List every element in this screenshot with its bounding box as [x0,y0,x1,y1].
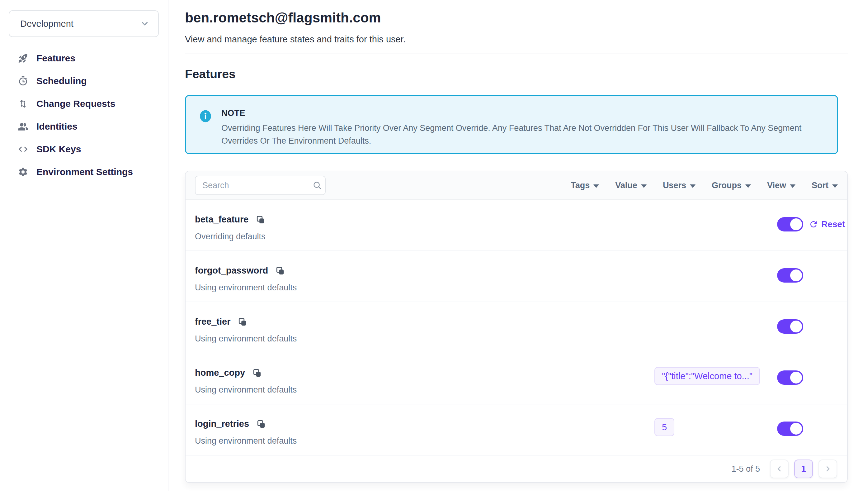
caret-down-icon [790,184,796,188]
flagsmith-app: Development Features Scheduling [0,0,868,491]
note-banner: NOTE Overriding Features Here Will Take … [185,95,838,154]
sidebar-item-label: Scheduling [36,76,87,86]
copy-icon[interactable] [256,215,265,224]
toggle-knob [790,321,802,333]
feature-toggle[interactable] [777,422,803,436]
feature-name: forgot_password [195,265,268,276]
header-divider [185,54,848,54]
feature-row-forgot-password[interactable]: forgot_password Using environment defaul… [186,251,847,302]
feature-toggle[interactable] [777,319,803,334]
sidebar-item-sdk-keys[interactable]: SDK Keys [0,138,168,161]
environment-selector-value: Development [20,19,73,29]
sidebar: Development Features Scheduling [0,0,168,491]
feature-name: home_copy [195,368,245,378]
filter-view[interactable]: View [767,181,796,190]
features-toolbar: Tags Value Users Groups [186,171,847,200]
sidebar-item-features[interactable]: Features [0,47,168,69]
chevron-down-icon [140,19,150,28]
copy-icon[interactable] [256,420,266,429]
features-section-title: Features [185,67,848,82]
filter-users[interactable]: Users [663,181,695,190]
filter-label: View [767,181,786,190]
filter-value[interactable]: Value [615,181,647,190]
feature-name: beta_feature [195,214,248,225]
feature-value-chip: "{"title":"Welcome to..." [654,367,760,385]
pagination: 1-5 of 5 1 [186,456,847,482]
reset-button[interactable]: Reset [809,217,845,231]
feature-row-login-retries[interactable]: login_retries Using environment defaults… [186,404,847,456]
toggle-knob [790,219,802,230]
feature-status: Using environment defaults [195,283,297,293]
copy-icon[interactable] [252,368,262,378]
info-icon [199,110,212,123]
pagination-next-button[interactable] [818,460,837,478]
feature-value-chip: 5 [654,418,674,436]
toggle-knob [790,423,802,435]
feature-toggle[interactable] [777,217,803,231]
search-input[interactable] [203,181,313,190]
caret-down-icon [641,184,647,188]
sidebar-item-label: Environment Settings [36,167,133,177]
search-box [195,176,326,195]
sidebar-item-environment-settings[interactable]: Environment Settings [0,161,168,183]
filter-label: Tags [571,181,590,190]
pagination-prev-button[interactable] [770,460,788,478]
caret-down-icon [745,184,751,188]
page-subtitle: View and manage feature states and trait… [185,33,848,46]
toggle-knob [790,269,802,281]
feature-name: login_retries [195,419,249,429]
caret-down-icon [593,184,599,188]
feature-status: Using environment defaults [195,334,297,344]
page-title: ben.rometsch@flagsmith.com [185,9,848,27]
stopwatch-icon [18,76,28,86]
gear-icon [18,167,28,177]
feature-status: Using environment defaults [195,385,297,395]
sidebar-item-label: Change Requests [36,98,115,109]
sidebar-item-change-requests[interactable]: Change Requests [0,92,168,115]
caret-down-icon [690,184,695,188]
sidebar-nav: Features Scheduling Change Requests Iden… [0,47,168,183]
filters: Tags Value Users Groups [571,181,838,190]
filter-label: Groups [712,181,742,190]
feature-row-home-copy[interactable]: home_copy Using environment defaults "{"… [186,353,847,404]
feature-name: free_tier [195,317,230,327]
feature-toggle[interactable] [777,370,803,385]
filter-tags[interactable]: Tags [571,181,599,190]
sidebar-item-label: SDK Keys [36,144,81,154]
note-content: NOTE Overriding Features Here Will Take … [221,109,816,153]
sidebar-item-label: Identities [36,121,78,132]
sidebar-item-label: Features [36,53,75,63]
feature-row-free-tier[interactable]: free_tier Using environment defaults [186,302,847,353]
people-icon [18,121,28,132]
copy-icon[interactable] [238,317,247,326]
features-panel: Tags Value Users Groups [185,171,848,483]
chevron-right-icon [824,465,832,473]
pagination-page-1-button[interactable]: 1 [794,460,813,478]
feature-row-beta-feature[interactable]: beta_feature Overriding defaults Reset [186,200,847,251]
sidebar-item-scheduling[interactable]: Scheduling [0,69,168,92]
caret-down-icon [832,184,838,188]
feature-status: Using environment defaults [195,436,297,446]
sidebar-item-identities[interactable]: Identities [0,115,168,138]
copy-icon[interactable] [276,266,285,276]
filter-label: Value [615,181,637,190]
refresh-icon [809,220,818,229]
reset-label: Reset [821,219,845,229]
rocket-icon [18,53,28,63]
toggle-knob [790,372,802,383]
filter-label: Sort [812,181,829,190]
filter-label: Users [663,181,686,190]
pagination-summary: 1-5 of 5 [731,464,760,474]
search-icon [313,181,322,190]
note-title: NOTE [221,109,816,118]
filter-groups[interactable]: Groups [712,181,751,190]
note-body: Overriding Features Here Will Take Prior… [221,122,816,147]
feature-toggle[interactable] [777,268,803,283]
environment-selector[interactable]: Development [9,10,159,37]
filter-sort[interactable]: Sort [812,181,838,190]
swap-arrows-icon [18,98,28,109]
chevron-left-icon [775,465,783,473]
code-icon [18,144,28,154]
main-content: ben.rometsch@flagsmith.com View and mana… [185,0,848,483]
feature-status: Overriding defaults [195,232,266,241]
